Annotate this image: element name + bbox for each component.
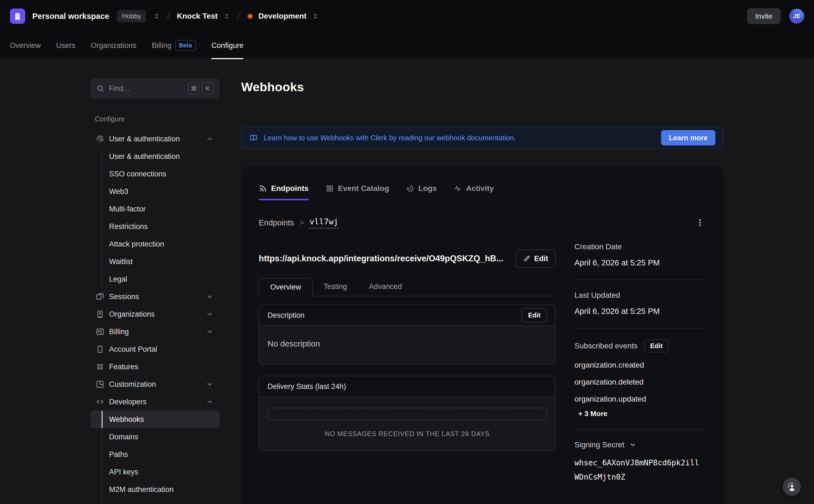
endpoint-main-column: https://api.knock.app/integrations/recei… — [259, 240, 556, 484]
sidebar-search[interactable]: ⌘ K — [90, 78, 219, 99]
endpoint-subtab[interactable]: Testing — [313, 278, 358, 296]
sidebar-nav-list: User & authentication User & authenticat… — [90, 130, 219, 504]
docs-banner-text[interactable]: Learn how to use Webhooks with Clerk by … — [264, 134, 516, 142]
empty-stats-placeholder — [267, 408, 548, 420]
more-events-link[interactable]: + 3 More — [578, 409, 607, 418]
sidebar-item[interactable]: Organizations — [90, 305, 219, 323]
tab-label: Endpoints — [271, 184, 308, 193]
chevron-icon — [206, 293, 213, 300]
plan-badge: Hobby — [117, 10, 145, 22]
breadcrumb-parent[interactable]: Endpoints — [259, 218, 294, 227]
signing-secret-label: Signing Secret — [575, 440, 624, 449]
environment-dot-icon — [247, 13, 253, 19]
sidebar-item-label: SSO connections — [109, 170, 166, 178]
shortcut-keys: ⌘ K — [188, 82, 213, 95]
main-nav: Overview Users Organizations Billing Bet… — [0, 32, 814, 59]
endpoint-details-column: Creation Date April 6, 2026 at 5:25 PM L… — [575, 240, 706, 484]
pencil-icon — [523, 255, 530, 262]
invite-button[interactable]: Invite — [747, 8, 781, 24]
divider — [575, 279, 706, 280]
sidebar-item[interactable]: Account Portal — [90, 340, 219, 358]
endpoint-subtabs: OverviewTestingAdvanced — [259, 278, 556, 296]
environment-switcher[interactable]: Development — [247, 12, 319, 21]
sidebar-item-icon — [95, 362, 105, 371]
nav-tab[interactable]: Overview — [10, 32, 41, 59]
support-widget-button[interactable] — [783, 478, 801, 496]
webhooks-panel: Endpoints Event Catalog Logs Activity En… — [241, 167, 724, 504]
subscribed-event: organization.updated — [575, 395, 706, 403]
endpoint-url: https://api.knock.app/integrations/recei… — [259, 254, 503, 264]
sidebar-item[interactable]: SSO connections — [90, 165, 219, 183]
sidebar-item-label: User & authentication — [109, 135, 180, 143]
endpoint-menu-button[interactable] — [694, 217, 706, 229]
panel-tab[interactable]: Event Catalog — [325, 184, 389, 200]
endpoint-subtab[interactable]: Advanced — [358, 278, 413, 296]
endpoint-subtab[interactable]: Overview — [259, 278, 313, 296]
sidebar-item[interactable]: OAuth applications — [90, 498, 219, 504]
sidebar-item[interactable]: Attack protection — [90, 235, 219, 253]
sidebar-item[interactable]: Developers — [90, 393, 219, 411]
nav-tab[interactable]: Users — [56, 32, 76, 59]
sidebar-item-label: Customization — [109, 380, 156, 389]
sidebar-item[interactable]: Waitlist — [90, 253, 219, 270]
building-icon — [12, 11, 23, 22]
sidebar-item[interactable]: Webhooks — [90, 411, 219, 428]
learn-more-button[interactable]: Learn more — [661, 130, 715, 145]
edit-events-button[interactable]: Edit — [644, 339, 669, 353]
sidebar-item-label: Webhooks — [109, 415, 144, 424]
search-input[interactable] — [109, 84, 184, 93]
project-switcher[interactable]: Knock Test — [177, 12, 230, 21]
sidebar-item[interactable]: API keys — [90, 463, 219, 481]
workspace-switcher-icon[interactable] — [153, 13, 160, 20]
book-icon — [249, 134, 258, 142]
sidebar-item[interactable]: Restrictions — [90, 218, 219, 235]
chevron-icon — [206, 398, 213, 405]
sidebar-item[interactable]: Legal — [90, 270, 219, 288]
chevron-icon — [206, 311, 213, 318]
edit-url-button[interactable]: Edit — [516, 250, 556, 268]
sidebar-item-label: Legal — [109, 275, 127, 283]
topbar: Personal workspace Hobby / Knock Test / … — [0, 0, 814, 32]
sidebar-item[interactable]: Web3 — [90, 183, 219, 200]
sidebar-item-label: Waitlist — [109, 257, 133, 266]
chevron-icon — [206, 381, 213, 388]
user-avatar[interactable]: JE — [789, 9, 804, 24]
main-content: Webhooks Learn how to use Webhooks with … — [241, 59, 724, 503]
sidebar-item[interactable]: Domains — [90, 428, 219, 446]
nav-tab[interactable]: Billing Beta — [152, 32, 196, 59]
sidebar-item-icon — [95, 345, 105, 354]
kebab-icon — [696, 218, 704, 227]
workspace-logo[interactable] — [10, 8, 25, 24]
breadcrumb-separator: / — [166, 11, 170, 22]
sidebar-item[interactable]: Features — [90, 358, 219, 376]
panel-tab[interactable]: Logs — [406, 184, 437, 200]
title-divider — [241, 107, 724, 107]
sidebar-item-label: API keys — [109, 468, 138, 476]
workspace-name[interactable]: Personal workspace — [32, 12, 109, 21]
sidebar-item-label: Features — [109, 363, 138, 371]
tab-icon — [325, 184, 334, 193]
sidebar-item[interactable]: Customization — [90, 376, 219, 393]
endpoint-id[interactable]: vll7wj — [309, 217, 338, 229]
panel-tab[interactable]: Activity — [454, 184, 494, 200]
sidebar-item[interactable]: Billing — [90, 323, 219, 340]
edit-description-button[interactable]: Edit — [522, 308, 547, 322]
sidebar-item[interactable]: Multi-factor — [90, 200, 219, 218]
description-card-body: No description — [259, 325, 555, 364]
app-layout: ⌘ K Configure User & authentication User… — [0, 59, 814, 503]
sidebar-item[interactable]: User & authentication — [90, 130, 219, 148]
sidebar-item[interactable]: M2M authentication — [90, 481, 219, 498]
description-card: Description Edit No description — [259, 305, 556, 365]
sidebar-item-label: Sessions — [109, 293, 139, 301]
sidebar-item[interactable]: Paths — [90, 446, 219, 463]
nav-tab[interactable]: Organizations — [91, 32, 136, 59]
sidebar-item[interactable]: Sessions — [90, 288, 219, 305]
cmd-key: ⌘ — [188, 82, 200, 95]
chevron-right-icon: > — [299, 218, 304, 227]
signing-secret-row[interactable]: Signing Secret — [575, 440, 706, 449]
panel-tab[interactable]: Endpoints — [259, 184, 308, 200]
sidebar-item[interactable]: User & authentication — [90, 148, 219, 165]
nav-tab[interactable]: Configure — [211, 32, 243, 59]
nav-tab-label: Overview — [10, 41, 41, 50]
sidebar-item-icon — [95, 397, 105, 406]
